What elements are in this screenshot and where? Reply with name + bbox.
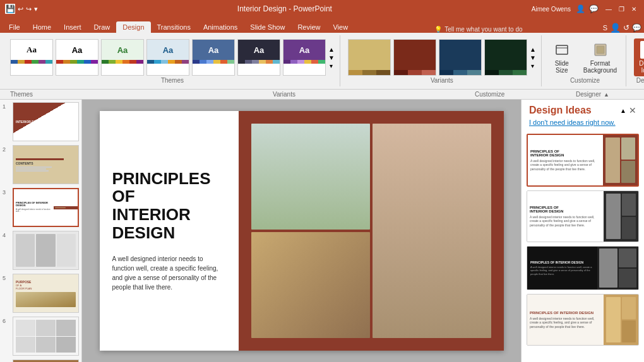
theme-item-5[interactable]: Aa bbox=[192, 39, 235, 76]
dismiss-ideas-link[interactable]: I don't need ideas right now. bbox=[522, 119, 644, 131]
slide-preview-3[interactable]: PRINCIPLES OF INTERIOR DESIGN A well des… bbox=[13, 188, 79, 227]
slide-num-4: 4 bbox=[3, 231, 10, 238]
lightbulb-icon: 💡 bbox=[434, 26, 442, 33]
variant-item-3[interactable] bbox=[439, 39, 482, 76]
svg-rect-0 bbox=[556, 45, 568, 54]
account-icon[interactable]: 👤 bbox=[610, 23, 621, 33]
slide-right bbox=[239, 111, 504, 351]
designer-section-label: Designer bbox=[576, 91, 601, 98]
design-panel-close-button[interactable]: ✕ bbox=[629, 105, 636, 115]
skype-icon[interactable]: S bbox=[603, 24, 607, 32]
slide-thumb-4[interactable]: 4 bbox=[3, 231, 79, 270]
comments-ribbon-icon[interactable]: 💬 bbox=[632, 23, 641, 32]
tab-review[interactable]: Review bbox=[291, 21, 326, 33]
ribbon: Aa Aa bbox=[0, 33, 644, 90]
variant-item-1[interactable] bbox=[348, 39, 391, 76]
history-icon[interactable]: ↺ bbox=[623, 23, 629, 32]
slide-preview-7[interactable] bbox=[13, 359, 79, 362]
slide-preview-4[interactable] bbox=[13, 231, 79, 270]
design-ideas-ribbon-label: DesignIdeas bbox=[639, 60, 644, 74]
slide-size-button[interactable]: SlideSize bbox=[549, 40, 575, 75]
variants-scroll-up[interactable]: ▲ bbox=[530, 46, 536, 53]
themes-scroll-up[interactable]: ▲ bbox=[328, 46, 335, 53]
tab-slideshow[interactable]: Slide Show bbox=[244, 21, 291, 33]
slide-preview-6[interactable] bbox=[13, 317, 79, 356]
themes-scroll-down[interactable]: ▼ bbox=[328, 54, 335, 61]
slide-thumb-5[interactable]: 5 PURPOSE OF A FLOOR PLAN bbox=[3, 274, 79, 313]
save-icon[interactable]: 💾 bbox=[5, 4, 15, 14]
minimize-button[interactable]: — bbox=[604, 4, 614, 14]
slide-preview-2[interactable]: CONTENTS bbox=[13, 145, 79, 184]
design-ideas-ribbon-button[interactable]: DesignIdeas bbox=[634, 38, 644, 76]
slide-num-7: 7 bbox=[3, 359, 10, 362]
slide[interactable]: PRINCIPLES OFINTERIORDESIGN A well desig… bbox=[100, 111, 504, 351]
comments-icon[interactable]: 💬 bbox=[589, 4, 599, 13]
tab-home[interactable]: Home bbox=[27, 21, 57, 33]
themes-dropdown[interactable]: ▾ bbox=[330, 62, 333, 69]
title-bar: 💾 ↩ ↪ ▾ Interior Design - PowerPoint Aim… bbox=[0, 0, 644, 18]
design-panel-title: Design Ideas bbox=[529, 105, 592, 116]
undo-btn[interactable]: ↩ bbox=[18, 5, 23, 13]
slide-preview-5[interactable]: PURPOSE OF A FLOOR PLAN bbox=[13, 274, 79, 313]
slide-left: PRINCIPLES OFINTERIORDESIGN A well desig… bbox=[100, 111, 239, 351]
slide-preview-1[interactable]: INTERIOR DESIGN bbox=[13, 102, 79, 141]
tab-file[interactable]: File bbox=[3, 21, 27, 33]
slide-panel: 1 INTERIOR DESIGN 2 CONTENTS 3 bbox=[0, 100, 82, 362]
format-background-icon bbox=[592, 41, 609, 59]
theme-item-1[interactable]: Aa bbox=[10, 39, 53, 76]
theme-item-7[interactable]: Aa bbox=[283, 39, 326, 76]
design-idea-item-4[interactable]: PRINCIPLES OF INTERIOR DESIGN A well des… bbox=[527, 294, 639, 346]
theme-item-4[interactable]: Aa bbox=[146, 39, 189, 76]
slide-img-stairs bbox=[251, 232, 370, 338]
slide-canvas: PRINCIPLES OFINTERIORDESIGN A well desig… bbox=[82, 100, 521, 362]
tab-insert[interactable]: Insert bbox=[57, 21, 88, 33]
slide-thumb-6[interactable]: 6 bbox=[3, 317, 79, 356]
design-idea-item-3[interactable]: PRINCIPLES OF INTERIOR DESIGN A well des… bbox=[527, 246, 639, 290]
svg-rect-3 bbox=[597, 46, 604, 54]
variants-section: ▲ ▼ ▾ Variants bbox=[343, 35, 542, 86]
slide-size-icon bbox=[553, 41, 571, 59]
slide-img-room bbox=[251, 124, 370, 230]
slide-num-3: 3 bbox=[3, 188, 10, 196]
slide-thumb-1[interactable]: 1 INTERIOR DESIGN bbox=[3, 102, 79, 141]
maximize-button[interactable]: ❐ bbox=[616, 4, 626, 14]
variant-item-2[interactable] bbox=[393, 39, 436, 76]
design-panel-items: PRINCIPLES OFINTERIOR DESIGN A well desi… bbox=[522, 131, 644, 362]
tab-draw[interactable]: Draw bbox=[88, 21, 117, 33]
tab-view[interactable]: View bbox=[326, 21, 354, 33]
ribbon-tabs: File Home Insert Draw Design Transitions… bbox=[0, 18, 644, 33]
slide-img-woman bbox=[373, 124, 491, 338]
section-labels: Themes Variants Customize Designer ▲ bbox=[0, 90, 644, 100]
customize-section-label: Customize bbox=[475, 91, 504, 98]
design-idea-item-2[interactable]: PRINCIPLES OFINTERIOR DESIGN A well desi… bbox=[527, 190, 639, 242]
slide-num-5: 5 bbox=[3, 274, 10, 281]
redo-btn[interactable]: ↪ bbox=[26, 5, 32, 13]
tab-design[interactable]: Design bbox=[116, 21, 150, 33]
tell-me-bar[interactable]: 💡 Tell me what you want to do bbox=[434, 26, 522, 33]
slide-thumb-7[interactable]: 7 bbox=[3, 359, 79, 362]
panel-scroll-up-icon[interactable]: ▲ bbox=[620, 107, 626, 114]
theme-item-6[interactable]: Aa bbox=[237, 39, 280, 76]
themes-label: Themes bbox=[10, 77, 335, 84]
theme-item-2[interactable]: Aa bbox=[56, 39, 98, 76]
user-name: Aimee Owens bbox=[532, 6, 571, 13]
variants-scroll-down[interactable]: ▼ bbox=[530, 54, 536, 61]
theme-item-3[interactable]: Aa bbox=[101, 39, 144, 76]
slide-body: A well designed interior needs to functi… bbox=[112, 254, 226, 292]
tell-me-text[interactable]: Tell me what you want to do bbox=[444, 26, 522, 33]
variants-dropdown[interactable]: ▾ bbox=[531, 62, 534, 69]
close-button[interactable]: ✕ bbox=[629, 4, 639, 14]
tab-animations[interactable]: Animations bbox=[197, 21, 244, 33]
tab-transitions[interactable]: Transitions bbox=[151, 21, 197, 33]
format-background-button[interactable]: FormatBackground bbox=[580, 40, 621, 75]
designer-collapse-icon[interactable]: ▲ bbox=[604, 91, 609, 98]
slide-num-6: 6 bbox=[3, 317, 10, 324]
slide-size-label: SlideSize bbox=[555, 60, 569, 74]
themes-section-label: Themes bbox=[10, 91, 33, 98]
share-icon[interactable]: 👤 bbox=[576, 4, 585, 13]
design-idea-item-1[interactable]: PRINCIPLES OFINTERIOR DESIGN A well desi… bbox=[527, 134, 639, 187]
window-title: Interior Design - PowerPoint bbox=[38, 4, 532, 13]
variant-item-4[interactable] bbox=[484, 39, 527, 76]
slide-thumb-2[interactable]: 2 CONTENTS bbox=[3, 145, 79, 184]
slide-thumb-3[interactable]: 3 PRINCIPLES OF INTERIOR DESIGN A well d… bbox=[3, 188, 79, 227]
